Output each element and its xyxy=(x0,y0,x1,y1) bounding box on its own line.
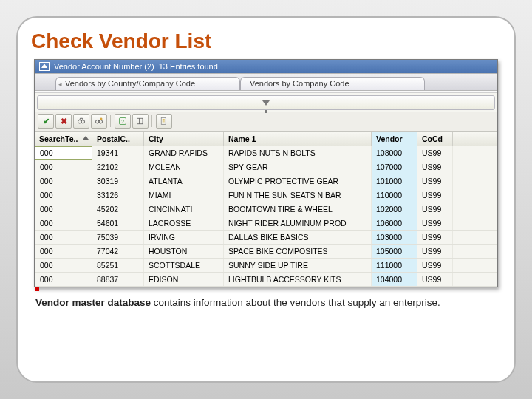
restrictions-bar[interactable] xyxy=(37,95,495,110)
caption-bold: Vendor master database xyxy=(35,297,151,308)
cell-postal-code: 30319 xyxy=(92,174,144,188)
tab-body-divider xyxy=(35,91,497,93)
cell-search-term: 000 xyxy=(35,216,92,230)
cell-postal-code: 19341 xyxy=(92,146,144,160)
result-grid: SearchTe.. PostalC.. City Name 1 Vendor … xyxy=(35,132,497,287)
choose-button[interactable]: ✔ xyxy=(38,114,54,129)
result-toolbar: ✔ ✖ ? xyxy=(35,112,497,132)
help-button[interactable]: ? xyxy=(115,114,131,129)
cell-city: ATLANTA xyxy=(144,174,224,188)
cell-vendor: 103000 xyxy=(372,231,417,244)
table-row[interactable]: 00033126MIAMIFUN N THE SUN SEATS N BAR11… xyxy=(35,188,497,202)
funnel-icon xyxy=(262,100,270,106)
col-city[interactable]: City xyxy=(144,132,224,146)
layout-icon xyxy=(136,117,145,126)
cell-name1: BOOMTOWN TIRE & WHEEL xyxy=(224,202,372,216)
cell-search-term: 000 xyxy=(35,160,92,174)
vendor-column-highlight xyxy=(35,287,39,291)
table-row[interactable]: 00022102MCLEANSPY GEAR107000US99 xyxy=(35,160,497,174)
cell-vendor: 108000 xyxy=(372,146,417,160)
page-title: Check Vendor List xyxy=(31,30,501,53)
cell-cocd: US99 xyxy=(417,273,453,286)
header-count: 13 Entries found xyxy=(159,62,218,71)
table-row[interactable]: 00030319ATLANTAOLYMPIC PROTECTIVE GEAR10… xyxy=(35,174,497,188)
restrict-icon xyxy=(39,62,50,71)
cell-name1: LIGHTBULB ACCESSORY KITS xyxy=(224,273,372,286)
tab-vendors-by-company[interactable]: Vendors by Company Code xyxy=(240,77,425,90)
table-row[interactable]: 00077042HOUSTONSPACE BIKE COMPOSITES1050… xyxy=(35,245,497,259)
cell-city: MCLEAN xyxy=(144,160,224,174)
find-button[interactable] xyxy=(73,114,89,129)
x-icon: ✖ xyxy=(61,117,67,126)
caption-rest: contains information about the vendors t… xyxy=(151,297,440,308)
layout-button[interactable] xyxy=(132,114,149,129)
table-row[interactable]: 00019341GRAND RAPIDSRAPIDS NUTS N BOLTS1… xyxy=(35,146,497,160)
cell-cocd: US99 xyxy=(417,160,453,174)
tab-vendors-by-country-company[interactable]: ◂ Vendors by Country/Company Code xyxy=(55,77,240,90)
cell-postal-code: 85251 xyxy=(92,259,144,272)
vendor-list-window: Vendor Account Number (2) 13 Entries fou… xyxy=(34,59,498,287)
cell-postal-code: 33126 xyxy=(92,188,144,202)
table-row[interactable]: 00075039IRVINGDALLAS BIKE BASICS103000US… xyxy=(35,231,497,245)
cell-vendor: 104000 xyxy=(372,273,417,286)
check-icon: ✔ xyxy=(43,117,50,126)
col-name1[interactable]: Name 1 xyxy=(224,132,372,146)
personal-list-button[interactable] xyxy=(156,114,172,129)
cell-cocd: US99 xyxy=(417,146,453,160)
cell-search-term: 000 xyxy=(35,188,92,202)
cell-name1: DALLAS BIKE BASICS xyxy=(224,231,372,244)
cell-city: IRVING xyxy=(144,231,224,244)
cell-cocd: US99 xyxy=(417,188,453,202)
table-row[interactable]: 00088837EDISONLIGHTBULB ACCESSORY KITS10… xyxy=(35,273,497,287)
cell-city: HOUSTON xyxy=(144,245,224,258)
tab-label: Vendors by Company Code xyxy=(250,79,349,88)
help-icon: ? xyxy=(118,117,127,126)
tab-strip: ◂ Vendors by Country/Company Code Vendor… xyxy=(35,73,497,91)
personal-list-icon xyxy=(160,117,168,126)
cancel-button[interactable]: ✖ xyxy=(55,114,72,129)
cell-city: MIAMI xyxy=(144,188,224,202)
toolbar-separator xyxy=(109,114,113,129)
cell-cocd: US99 xyxy=(417,245,453,258)
table-row[interactable]: 00085251SCOTTSDALESUNNY SIDE UP TIRE1110… xyxy=(35,259,497,273)
toolbar-separator xyxy=(150,114,154,129)
cell-name1: SPACE BIKE COMPOSITES xyxy=(224,245,372,258)
cell-cocd: US99 xyxy=(417,174,453,188)
cell-vendor: 101000 xyxy=(372,174,417,188)
cell-city: SCOTTSDALE xyxy=(144,259,224,272)
cell-vendor: 102000 xyxy=(372,202,417,216)
cell-cocd: US99 xyxy=(417,231,453,244)
table-row[interactable]: 00054601LACROSSENIGHT RIDER ALUMINUM PRO… xyxy=(35,216,497,231)
cell-name1: RAPIDS NUTS N BOLTS xyxy=(224,146,372,160)
cell-cocd: US99 xyxy=(417,216,453,230)
cell-postal-code: 77042 xyxy=(92,245,144,258)
svg-text:?: ? xyxy=(121,118,124,125)
cell-name1: NIGHT RIDER ALUMINUM PROD xyxy=(224,216,372,230)
table-row[interactable]: 00045202CINCINNATIBOOMTOWN TIRE & WHEEL1… xyxy=(35,202,497,216)
cell-name1: OLYMPIC PROTECTIVE GEAR xyxy=(224,174,372,188)
cell-vendor: 105000 xyxy=(372,245,417,258)
cell-postal-code: 45202 xyxy=(92,202,144,216)
svg-point-1 xyxy=(81,120,85,124)
svg-point-3 xyxy=(99,120,103,124)
find-next-button[interactable] xyxy=(91,114,107,129)
svg-point-2 xyxy=(96,120,100,124)
col-search-term[interactable]: SearchTe.. xyxy=(35,132,92,146)
slide-caption: Vendor master database contains informat… xyxy=(31,296,501,310)
cell-search-term: 000 xyxy=(35,259,92,272)
cell-search-term: 000 xyxy=(35,231,92,244)
col-cocd[interactable]: CoCd xyxy=(417,132,453,146)
cell-postal-code: 54601 xyxy=(92,216,144,230)
cell-cocd: US99 xyxy=(417,259,453,272)
tab-label: Vendors by Country/Company Code xyxy=(65,79,195,88)
col-vendor[interactable]: Vendor xyxy=(372,132,417,146)
cell-vendor: 110000 xyxy=(372,188,417,202)
cell-search-term: 000 xyxy=(35,174,92,188)
binoculars-plus-icon xyxy=(95,117,103,126)
cell-cocd: US99 xyxy=(417,202,453,216)
window-header: Vendor Account Number (2) 13 Entries fou… xyxy=(35,60,497,73)
grid-body: 00019341GRAND RAPIDSRAPIDS NUTS N BOLTS1… xyxy=(35,146,497,287)
header-label: Vendor Account Number (2) xyxy=(54,62,154,71)
col-postal-code[interactable]: PostalC.. xyxy=(92,132,144,146)
cell-city: GRAND RAPIDS xyxy=(144,146,224,160)
